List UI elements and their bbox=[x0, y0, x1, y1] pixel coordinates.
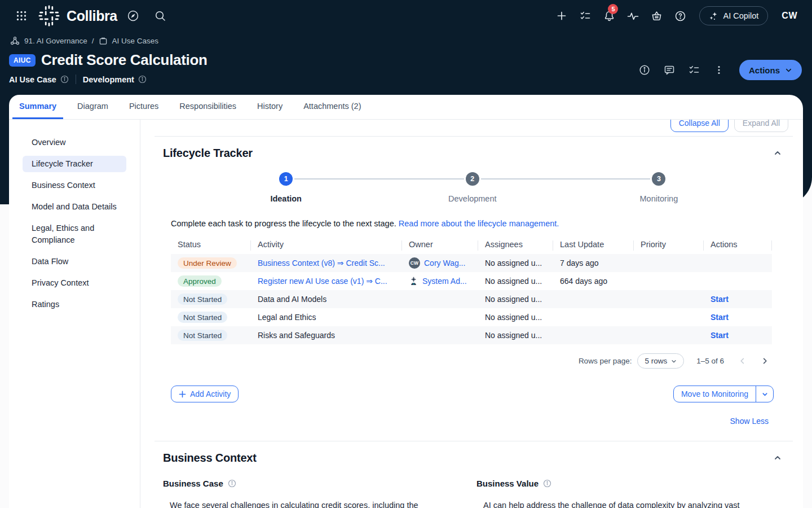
sidebar-item-ratings[interactable]: Ratings bbox=[23, 296, 126, 313]
status-badge: Not Started bbox=[178, 294, 227, 305]
lifecycle-stepper: 1 2 3 bbox=[163, 172, 784, 186]
chevron-down-icon bbox=[785, 67, 792, 74]
info-icon[interactable] bbox=[228, 479, 236, 488]
lifecycle-read-more-link[interactable]: Read more about the lifecycle management… bbox=[399, 219, 559, 228]
asset-type-label: AI Use Case bbox=[9, 75, 69, 84]
help-icon[interactable] bbox=[670, 6, 690, 26]
activity-pulse-icon[interactable] bbox=[623, 6, 643, 26]
business-case-label: Business Case bbox=[163, 479, 223, 488]
sidebar-item-lifecycle-tracker[interactable]: Lifecycle Tracker bbox=[23, 156, 126, 172]
activity-link[interactable]: Business Context (v8) ⇒ Credit Sc... bbox=[258, 259, 395, 268]
comments-icon[interactable] bbox=[659, 60, 679, 80]
basket-icon[interactable] bbox=[646, 6, 667, 26]
tab-history[interactable]: History bbox=[250, 95, 289, 119]
tab-responsibilities[interactable]: Responsibilities bbox=[173, 95, 243, 119]
tab-diagram[interactable]: Diagram bbox=[70, 95, 115, 119]
sidebar-item-data-flow[interactable]: Data Flow bbox=[23, 253, 126, 270]
tab-summary[interactable]: Summary bbox=[12, 95, 63, 119]
rows-per-page-select[interactable]: 5 rows bbox=[637, 353, 684, 369]
add-activity-button[interactable]: Add Activity bbox=[171, 386, 239, 402]
step-circle-ideation[interactable]: 1 bbox=[279, 172, 293, 186]
instruction-text: Complete each task to progress the lifec… bbox=[171, 219, 396, 228]
compass-icon[interactable] bbox=[123, 6, 143, 26]
activity-cell: Legal and Ethics bbox=[251, 308, 402, 326]
checklist-icon[interactable] bbox=[684, 60, 704, 80]
step-circle-monitoring[interactable]: 3 bbox=[652, 172, 665, 186]
user-avatar[interactable]: CW bbox=[778, 11, 801, 21]
status-badge: Under Review bbox=[178, 257, 237, 269]
create-plus-icon[interactable] bbox=[551, 6, 572, 26]
sidebar-item-privacy-context[interactable]: Privacy Context bbox=[23, 275, 126, 291]
col-last-update: Last Update bbox=[553, 238, 634, 254]
move-to-monitoring-button[interactable]: Move to Monitoring bbox=[674, 386, 756, 402]
breadcrumb-community[interactable]: 91. AI Governance bbox=[24, 37, 87, 45]
sidebar-item-legal-ethics-compliance[interactable]: Legal, Ethics and Compliance bbox=[23, 220, 126, 248]
collibra-logo[interactable]: Collibra bbox=[38, 5, 117, 27]
top-nav: Collibra 5 AI Copilot bbox=[0, 0, 812, 32]
priority-cell bbox=[634, 254, 704, 272]
move-to-monitoring-split-button: Move to Monitoring bbox=[673, 386, 774, 402]
sidebar-item-business-context[interactable]: Business Context bbox=[23, 177, 126, 194]
status-badge: Not Started bbox=[178, 312, 227, 323]
kebab-menu-icon[interactable] bbox=[709, 60, 729, 80]
summary-sidebar: Overview Lifecycle Tracker Business Cont… bbox=[9, 120, 140, 508]
move-options-caret[interactable] bbox=[756, 386, 773, 402]
table-row: Not Started Data and AI Models No assign… bbox=[171, 290, 772, 308]
collibra-logo-mark bbox=[38, 5, 60, 27]
last-update-cell bbox=[553, 308, 634, 326]
breadcrumb: 91. AI Governance / AI Use Cases bbox=[0, 32, 812, 46]
tab-pictures[interactable]: Pictures bbox=[122, 95, 165, 119]
meta-divider bbox=[76, 75, 76, 84]
step-connector bbox=[481, 178, 651, 179]
start-activity-link[interactable]: Start bbox=[710, 331, 729, 340]
sidebar-item-overview[interactable]: Overview bbox=[23, 134, 126, 151]
show-less-link[interactable]: Show Less bbox=[730, 417, 769, 426]
nav-left: Collibra bbox=[11, 5, 170, 27]
tab-attachments[interactable]: Attachments (2) bbox=[297, 95, 368, 119]
start-activity-link[interactable]: Start bbox=[710, 295, 729, 304]
previous-page-icon[interactable] bbox=[739, 357, 746, 365]
priority-cell bbox=[634, 308, 704, 326]
step-circle-development[interactable]: 2 bbox=[466, 172, 479, 186]
notifications-bell-icon[interactable]: 5 bbox=[599, 6, 619, 26]
table-row: Not Started Risks and Safeguards No assi… bbox=[171, 326, 772, 344]
assignees-cell: No assigned u... bbox=[478, 290, 553, 308]
tasks-icon[interactable] bbox=[575, 6, 595, 26]
last-update-cell bbox=[553, 326, 634, 344]
assignees-cell: No assigned u... bbox=[478, 272, 553, 290]
ai-copilot-button[interactable]: AI Copilot bbox=[699, 6, 768, 25]
assignees-cell: No assigned u... bbox=[478, 326, 553, 344]
collapse-all-button[interactable]: Collapse All bbox=[670, 120, 729, 132]
sparkles-icon bbox=[709, 11, 718, 21]
status-label: Development bbox=[83, 75, 147, 84]
business-case-field: Business Case We face several challenges… bbox=[163, 479, 471, 508]
activity-table: Status Activity Owner Assignees Last Upd… bbox=[171, 238, 772, 344]
owner-link[interactable]: System Ad... bbox=[422, 277, 467, 286]
owner-link[interactable]: Cory Wag... bbox=[424, 259, 465, 268]
search-icon[interactable] bbox=[150, 6, 170, 26]
app-grid-icon[interactable] bbox=[11, 6, 32, 26]
domain-icon bbox=[99, 37, 108, 46]
priority-cell bbox=[634, 272, 704, 290]
last-update-cell: 664 days ago bbox=[553, 272, 634, 290]
add-activity-label: Add Activity bbox=[190, 389, 231, 398]
owner-cell: System Ad... bbox=[409, 277, 471, 286]
activity-link[interactable]: Register new AI Use case (v1) ⇒ C... bbox=[258, 277, 395, 286]
business-case-label-row: Business Case bbox=[163, 479, 471, 488]
info-icon[interactable] bbox=[138, 75, 147, 84]
chevron-up-icon[interactable] bbox=[771, 146, 784, 160]
activity-cell: Risks and Safeguards bbox=[251, 326, 402, 344]
header-controls: Actions bbox=[634, 60, 802, 80]
next-page-icon[interactable] bbox=[761, 357, 769, 365]
actions-button[interactable]: Actions bbox=[739, 60, 802, 80]
details-info-icon[interactable] bbox=[634, 60, 655, 80]
sidebar-item-model-and-data-details[interactable]: Model and Data Details bbox=[23, 199, 126, 215]
expand-all-button[interactable]: Expand All bbox=[734, 120, 788, 132]
info-icon[interactable] bbox=[543, 479, 551, 488]
chevron-up-icon[interactable] bbox=[771, 451, 784, 465]
info-icon[interactable] bbox=[60, 75, 69, 84]
breadcrumb-domain[interactable]: AI Use Cases bbox=[112, 37, 159, 45]
start-activity-link[interactable]: Start bbox=[710, 313, 729, 322]
notification-count-badge: 5 bbox=[608, 4, 618, 14]
lifecycle-section-header: Lifecycle Tracker bbox=[163, 146, 784, 160]
